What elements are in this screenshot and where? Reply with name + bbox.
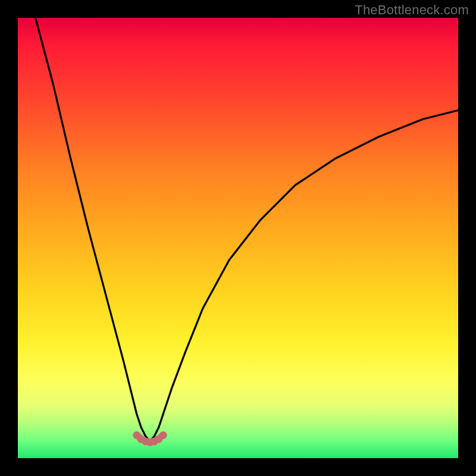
series-left-curve xyxy=(36,18,150,441)
chart-frame: TheBottleneck.com xyxy=(0,0,476,476)
curve-layer xyxy=(18,18,458,458)
plot-area xyxy=(18,18,458,458)
highlight-point xyxy=(159,431,167,439)
series-right-curve xyxy=(150,110,458,441)
watermark-text: TheBottleneck.com xyxy=(355,2,469,18)
